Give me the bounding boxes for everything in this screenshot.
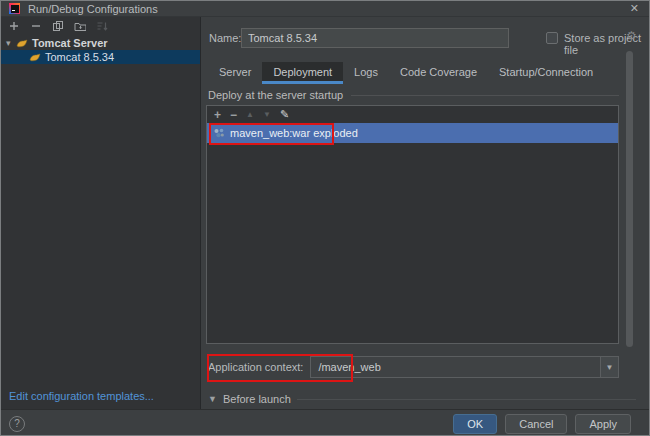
remove-configuration-icon[interactable] [30,20,42,32]
tomcat-icon [16,38,28,49]
tree-item-label: Tomcat 8.5.34 [45,51,114,63]
before-launch-label: Before launch [223,393,291,405]
application-context-row: Application context: /maven_web ▼ [206,355,619,379]
move-up-icon[interactable]: ▲ [246,110,254,119]
remove-artifact-icon[interactable]: − [230,108,237,122]
window-title: Run/Debug Configurations [28,3,158,15]
deploy-section-header: Deploy at the server startup [208,89,619,101]
name-input[interactable] [241,28,509,48]
configuration-tabs: Server Deployment Logs Code Coverage Sta… [208,62,604,84]
artifacts-toolbar: + − ▲ ▼ ✎ [207,106,618,123]
titlebar: Run/Debug Configurations ✕ [1,1,649,17]
ok-button[interactable]: OK [453,414,497,434]
tree-panel-spacer [1,64,200,390]
edit-artifact-icon[interactable]: ✎ [280,108,289,121]
combobox-arrow-icon[interactable]: ▼ [600,357,618,377]
sort-configurations-icon[interactable] [96,20,108,32]
deployment-artifacts-list: + − ▲ ▼ ✎ maven_web:war exploded [206,105,619,344]
tomcat-icon [29,52,41,63]
store-as-project-file-checkbox[interactable] [546,32,558,44]
application-context-combobox[interactable]: /maven_web ▼ [310,356,619,378]
add-artifact-icon[interactable]: + [214,108,221,122]
run-debug-configurations-dialog: Run/Debug Configurations ✕ [0,0,650,436]
artifact-label: maven_web:war exploded [230,127,358,139]
before-launch-section[interactable]: ▼ Before launch [208,391,636,407]
application-context-value: /maven_web [318,361,380,373]
section-rule [351,95,619,96]
cancel-button[interactable]: Cancel [505,414,567,434]
artifact-list-item[interactable]: maven_web:war exploded [207,123,618,143]
copy-configuration-icon[interactable] [52,20,64,32]
collapse-arrow-icon[interactable]: ▼ [208,394,217,404]
dialog-body: ▾ Tomcat Server Tomcat 8.5.34 Edit confi… [1,17,649,409]
gear-icon[interactable]: ⚙ [626,29,637,43]
chevron-down-icon[interactable]: ▾ [6,38,16,48]
tree-item-tomcat-8534[interactable]: Tomcat 8.5.34 [1,50,200,64]
vertical-scrollbar[interactable] [626,51,633,347]
name-row: Name: Store as project file ⚙ [201,28,649,50]
artifact-icon [213,127,225,139]
tab-logs[interactable]: Logs [343,62,389,84]
name-label: Name: [209,32,241,44]
add-configuration-icon[interactable] [8,20,20,32]
edit-configuration-templates-link[interactable]: Edit configuration templates... [1,390,200,409]
deploy-section-title: Deploy at the server startup [208,89,343,101]
tab-code-coverage[interactable]: Code Coverage [389,62,488,84]
move-to-folder-icon[interactable] [74,20,86,32]
tab-server[interactable]: Server [208,62,262,84]
tab-startup-connection[interactable]: Startup/Connection [488,62,604,84]
before-launch-rule [297,399,636,400]
move-down-icon[interactable]: ▼ [263,110,271,119]
tree-toolbar [1,17,200,34]
intellij-logo-icon [9,3,20,14]
configurations-tree: ▾ Tomcat Server Tomcat 8.5.34 [1,36,200,64]
dialog-footer: ? OK Cancel Apply [1,409,649,436]
help-button[interactable]: ? [9,416,25,432]
tab-deployment[interactable]: Deployment [262,62,343,84]
apply-button[interactable]: Apply [575,414,631,434]
tree-item-tomcat-server[interactable]: ▾ Tomcat Server [1,36,200,50]
tree-group-label: Tomcat Server [32,37,108,49]
configuration-editor-panel: Name: Store as project file ⚙ Server Dep… [201,17,649,409]
configurations-tree-panel: ▾ Tomcat Server Tomcat 8.5.34 Edit confi… [1,17,201,409]
close-icon[interactable]: ✕ [620,2,649,15]
application-context-label: Application context: [208,361,303,373]
